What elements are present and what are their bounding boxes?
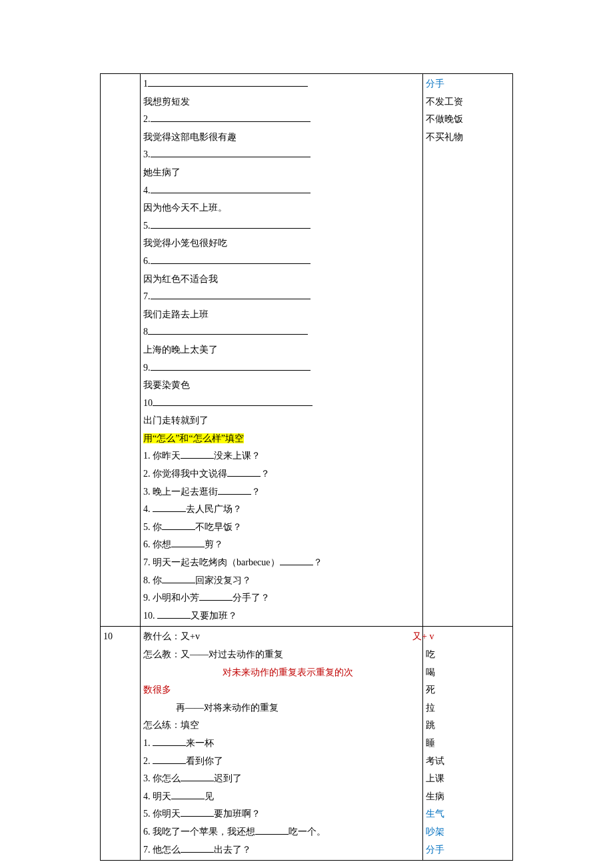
teach-what: 教什么：又+v: [143, 628, 420, 646]
fill-post: 来一杯: [186, 738, 214, 748]
table-row: 10 教什么：又+v 怎么教：又——对过去动作的重复 对未来动作的重复表示重复的…: [101, 627, 513, 861]
fill-pre: 2. 你觉得我中文说得: [143, 469, 227, 479]
fill-pre: 5. 你: [143, 522, 162, 532]
fill-line: 9. 小明和小芳分手了？: [143, 589, 420, 607]
cell-content: 教什么：又+v 怎么教：又——对过去动作的重复 对未来动作的重复表示重复的次 数…: [141, 627, 423, 861]
blank-short: [218, 485, 251, 495]
section-heading: 用“怎么”和“怎么样”填空: [143, 433, 244, 443]
fill-pre: 8. 你: [143, 575, 162, 585]
blank-line: [151, 361, 310, 371]
practice-label: 怎么练：填空: [143, 717, 420, 735]
question-number: 1: [143, 79, 148, 89]
vocab-item: 不做晚饭: [426, 111, 510, 129]
blank-short: [171, 537, 205, 547]
vocab-item: 睡: [426, 735, 510, 753]
teach-how-line1: 怎么教：又——对过去动作的重复: [143, 646, 420, 664]
fill-pre: 9. 小明和小芳: [143, 593, 199, 603]
question-line: 6.: [143, 253, 420, 271]
fill-post: 没来上课？: [214, 451, 261, 461]
fill-post: 剪？: [205, 539, 223, 549]
fill-pre: 2.: [143, 756, 153, 766]
fill-post: ？: [251, 487, 261, 497]
fill-pre: 6. 你想: [143, 539, 171, 549]
fill-line: 2. 你觉得我中文说得？: [143, 465, 420, 483]
blank-short: [162, 520, 195, 530]
fill-line: 3. 晚上一起去逛街？: [143, 483, 420, 501]
fill-post: 分手了？: [233, 593, 270, 603]
vocab-item: 生病: [426, 788, 510, 806]
blank-short: [181, 843, 214, 853]
blank-short: [153, 502, 186, 512]
question-line: 3.: [143, 146, 420, 164]
fill-line: 6. 我吃了一个苹果，我还想吃一个。: [143, 823, 420, 841]
vocab-item: 死: [426, 681, 510, 699]
question-number: 8: [143, 327, 148, 337]
blank-short: [181, 771, 214, 781]
fill-pre: 3. 晚上一起去逛街: [143, 487, 218, 497]
teach-how-line4: 再——对将来动作的重复: [176, 703, 279, 713]
question-number: 3.: [143, 149, 151, 159]
answer-line: 我想剪短发: [143, 93, 420, 111]
question-line: 8: [143, 323, 420, 341]
fill-pre: 7. 他怎么: [143, 845, 181, 855]
fill-line: 7. 他怎么出去了？: [143, 841, 420, 859]
blank-line: [151, 112, 310, 122]
vocab-item: 不发工资: [426, 93, 510, 111]
blank-line: [151, 254, 310, 264]
question-number: 4.: [143, 185, 151, 195]
fill-line: 4. 明天见: [143, 788, 420, 806]
fill-pre: 6. 我吃了一个苹果，我还想: [143, 827, 255, 837]
blank-short: [153, 736, 186, 746]
blank-line: [151, 183, 310, 193]
fill-post: 见: [205, 791, 214, 801]
fill-line: 1. 来一杯: [143, 735, 420, 753]
fill-line: 3. 你怎么迟到了: [143, 770, 420, 788]
fill-post: 出去了？: [214, 845, 251, 855]
blank-short: [280, 555, 313, 565]
blank-line: [151, 289, 310, 299]
question-line: 2.: [143, 111, 420, 129]
fill-post: 不吃早饭？: [195, 522, 242, 532]
fill-line: 5. 你明天要加班啊？: [143, 805, 420, 823]
question-number: 6.: [143, 256, 151, 266]
question-line: 4.: [143, 182, 420, 200]
answer-line: 因为他今天不上班。: [143, 199, 420, 217]
vocab-item: 分手: [426, 841, 510, 859]
question-line: 10: [143, 395, 420, 413]
lesson-table: 1我想剪短发2.我觉得这部电影很有趣3.她生病了4.因为他今天不上班。5.我觉得…: [100, 73, 513, 861]
answer-line: 我觉得小笼包很好吃: [143, 235, 420, 253]
blank-line: [148, 77, 308, 87]
cell-index: 10: [101, 627, 141, 861]
fill-line: 5. 你不吃早饭？: [143, 519, 420, 537]
blank-short: [162, 573, 195, 583]
fill-pre: 1.: [143, 738, 153, 748]
fill-pre: 4.: [143, 504, 153, 514]
fill-post: 迟到了: [214, 773, 242, 783]
fill-post: 看到你了: [186, 756, 223, 766]
blank-short: [227, 467, 261, 477]
vocab-item: 吃: [426, 646, 510, 664]
fill-pre: 1. 你昨天: [143, 451, 181, 461]
cell-content: 1我想剪短发2.我觉得这部电影很有趣3.她生病了4.因为他今天不上班。5.我觉得…: [141, 74, 423, 627]
table-row: 1我想剪短发2.我觉得这部电影很有趣3.她生病了4.因为他今天不上班。5.我觉得…: [101, 74, 513, 627]
page: 1我想剪短发2.我觉得这部电影很有趣3.她生病了4.因为他今天不上班。5.我觉得…: [0, 0, 613, 868]
vocab-item: 上课: [426, 770, 510, 788]
vocab-item: 拉: [426, 699, 510, 717]
blank-short: [181, 449, 214, 459]
fill-line: 10. 又要加班？: [143, 607, 420, 625]
fill-post: 又要加班？: [191, 611, 237, 621]
blank-line: [151, 147, 310, 157]
vocab-item: 不买礼物: [426, 129, 510, 147]
question-line: 5.: [143, 217, 420, 235]
blank-line: [153, 396, 312, 406]
blank-short: [171, 789, 205, 799]
vocab-item: 吵架: [426, 823, 510, 841]
answer-line: 因为红色不适合我: [143, 271, 420, 289]
vocab-item: 生气: [426, 805, 510, 823]
cell-vocab: 又+ v 吃喝死拉跳睡考试上课生病生气吵架分手: [423, 627, 513, 861]
fill-post: ？: [313, 557, 322, 567]
question-line: 9.: [143, 359, 420, 377]
blank-short: [255, 825, 289, 835]
teach-how-line3: 数很多: [143, 685, 171, 695]
answer-line: 出门走转就到了: [143, 412, 420, 430]
